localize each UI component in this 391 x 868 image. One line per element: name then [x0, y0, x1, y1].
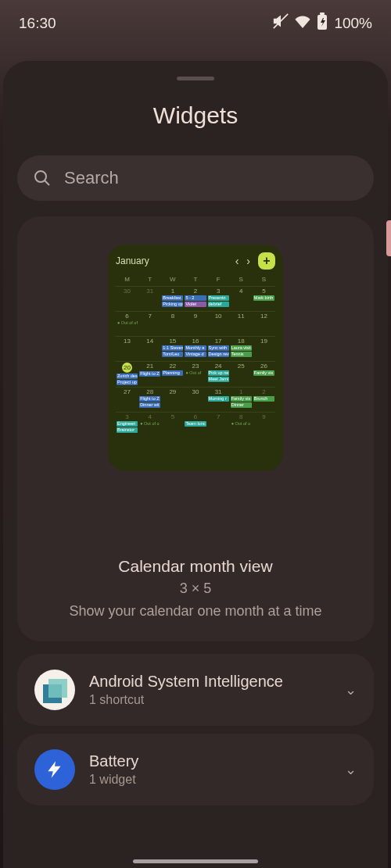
search-input[interactable]: Search: [17, 155, 374, 201]
calendar-event[interactable]: ● Out of o: [231, 421, 252, 427]
calendar-event[interactable]: Dinner wit: [139, 402, 160, 408]
gesture-bar[interactable]: [133, 859, 258, 863]
calendar-event[interactable]: Meet Jami: [208, 377, 229, 382]
widget-preview-card[interactable]: January ‹ › + MTWTFSS30311BreakfastPicki…: [17, 216, 374, 641]
calendar-day[interactable]: 14: [138, 336, 161, 361]
calendar-day[interactable]: 8● Out of o: [230, 412, 253, 437]
calendar-day[interactable]: 17Sync withDesign rev: [207, 336, 230, 361]
drag-handle[interactable]: [177, 77, 214, 80]
calendar-day[interactable]: 30: [116, 286, 138, 311]
calendar-event[interactable]: 5 - 2: [185, 295, 206, 301]
calendar-event[interactable]: Planning: [162, 370, 183, 376]
calendar-event[interactable]: 1:1 Steven: [162, 345, 183, 351]
calendar-day[interactable]: 16Monthly aVintage d: [184, 336, 206, 361]
calendar-day[interactable]: 30: [184, 387, 206, 412]
calendar-day[interactable]: 8: [161, 311, 184, 336]
day-of-week: M: [116, 276, 138, 286]
day-of-week: S: [230, 276, 253, 286]
calendar-day[interactable]: 5Mark birth: [253, 286, 275, 311]
calendar-day[interactable]: 19: [253, 336, 275, 361]
calendar-event[interactable]: Design rev: [208, 352, 229, 357]
calendar-event[interactable]: ● Out of o: [139, 421, 160, 427]
widgets-sheet: Widgets Search January ‹ › + MTWTFSS3031…: [3, 61, 388, 868]
calendar-day[interactable]: 1BreakfastPicking up: [161, 286, 184, 311]
calendar-event[interactable]: ● Out of: [185, 370, 206, 376]
widget-group-battery[interactable]: Battery 1 widget ⌄: [17, 734, 374, 805]
calendar-day[interactable]: 29: [161, 387, 184, 412]
search-icon: [33, 169, 52, 188]
calendar-event[interactable]: Engineeri: [117, 421, 138, 427]
calendar-day[interactable]: 25 - 2Violet: [184, 286, 206, 311]
calendar-event[interactable]: Vintage d: [185, 352, 206, 357]
day-of-week: S: [253, 276, 275, 286]
preview-description: Show your calendar one month at a time: [69, 603, 321, 620]
calendar-event[interactable]: ● Out of office: [117, 320, 138, 326]
calendar-event[interactable]: Brainstor: [117, 427, 138, 433]
wifi-icon: [295, 15, 310, 32]
calendar-event[interactable]: Presentn: [208, 295, 229, 301]
calendar-event[interactable]: Morning r: [208, 396, 229, 402]
page-title: Widgets: [3, 102, 388, 129]
status-bar: 16:30 100%: [0, 0, 391, 40]
calendar-day[interactable]: 3Presentndebrief: [207, 286, 230, 311]
calendar-event[interactable]: Monthly a: [185, 345, 206, 351]
calendar-day[interactable]: 2Brunch: [253, 387, 275, 412]
calendar-day[interactable]: 4● Out of o: [138, 412, 161, 437]
calendar-day[interactable]: 9: [184, 311, 206, 336]
add-event-button[interactable]: +: [258, 252, 275, 270]
row-title: Android System Intelligence: [89, 673, 331, 691]
calendar-event[interactable]: Team lunc: [185, 421, 206, 427]
calendar-day[interactable]: 7: [138, 311, 161, 336]
calendar-day[interactable]: 3EngineeriBrainstor: [116, 412, 138, 437]
calendar-event[interactable]: Zurich design days: [117, 373, 138, 379]
calendar-event[interactable]: Picking up: [162, 302, 183, 307]
calendar-event[interactable]: Tom/Leo: [162, 352, 183, 357]
calendar-day[interactable]: 27: [116, 387, 138, 412]
calendar-day[interactable]: 13: [116, 336, 138, 361]
calendar-event[interactable]: Family vis: [253, 370, 274, 376]
calendar-day[interactable]: 20Zurich design daysProject up: [116, 361, 138, 387]
calendar-day[interactable]: 31Morning r: [207, 387, 230, 412]
calendar-event[interactable]: Pick up ne: [208, 370, 229, 376]
calendar-day[interactable]: 5: [161, 412, 184, 437]
chevron-right-icon[interactable]: ›: [246, 255, 250, 267]
row-title: Battery: [89, 752, 331, 770]
calendar-day[interactable]: 4: [230, 286, 253, 311]
battery-icon: [317, 13, 328, 34]
calendar-day[interactable]: 23● Out of: [184, 361, 206, 387]
calendar-day[interactable]: 25: [230, 361, 253, 387]
calendar-event[interactable]: Brunch: [253, 396, 274, 402]
calendar-event[interactable]: Violet: [185, 302, 206, 307]
calendar-event[interactable]: Tennis: [231, 352, 252, 357]
calendar-event[interactable]: Flight to Z: [139, 396, 160, 402]
calendar-day[interactable]: 31: [138, 286, 161, 311]
widget-group-asi[interactable]: Android System Intelligence 1 shortcut ⌄: [17, 654, 374, 726]
calendar-day[interactable]: 6● Out of office: [116, 311, 138, 336]
calendar-day[interactable]: 26Family vis: [253, 361, 275, 387]
calendar-day[interactable]: 28Flight to ZDinner wit: [138, 387, 161, 412]
calendar-event[interactable]: debrief: [208, 302, 229, 307]
calendar-day[interactable]: 22Planning: [161, 361, 184, 387]
calendar-day[interactable]: 12: [253, 311, 275, 336]
calendar-day[interactable]: 9: [253, 412, 275, 437]
calendar-day[interactable]: 24Pick up neMeet Jami: [207, 361, 230, 387]
calendar-event[interactable]: Project up: [117, 380, 138, 385]
calendar-event[interactable]: Mark birth: [253, 295, 274, 301]
calendar-day[interactable]: 1Family visDinner: [230, 387, 253, 412]
calendar-day[interactable]: 151:1 StevenTom/Leo: [161, 336, 184, 361]
calendar-day[interactable]: 7: [207, 412, 230, 437]
calendar-day[interactable]: 18Laura visitTennis: [230, 336, 253, 361]
preview-title: Calendar month view: [118, 557, 272, 576]
chevron-left-icon[interactable]: ‹: [235, 255, 239, 267]
calendar-day[interactable]: 21Flight to Z: [138, 361, 161, 387]
mute-icon: [273, 13, 289, 33]
calendar-day[interactable]: 6Team lunc: [184, 412, 206, 437]
calendar-day[interactable]: 11: [230, 311, 253, 336]
calendar-event[interactable]: Family vis: [231, 396, 252, 402]
calendar-event[interactable]: Sync with: [208, 345, 229, 351]
calendar-day[interactable]: 10: [207, 311, 230, 336]
calendar-event[interactable]: Breakfast: [162, 295, 183, 301]
calendar-event[interactable]: Flight to Z: [139, 371, 160, 377]
calendar-event[interactable]: Laura visit: [231, 345, 252, 351]
calendar-event[interactable]: Dinner: [231, 402, 252, 408]
